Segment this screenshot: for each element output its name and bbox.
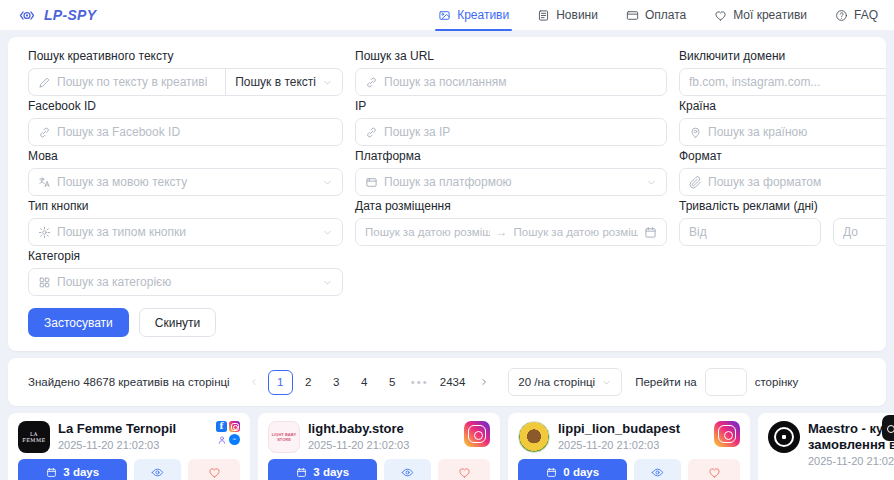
duration-from-input[interactable] bbox=[689, 225, 811, 239]
ip-input[interactable] bbox=[384, 125, 657, 139]
nav-tab-payment[interactable]: Оплата bbox=[626, 0, 686, 31]
creative-card[interactable]: LA FEMME La Femme Ternopil 2025-11-20 21… bbox=[8, 413, 250, 480]
nav-tab-creatives[interactable]: Креативи bbox=[438, 0, 509, 31]
filter-country: Країна bbox=[679, 99, 886, 146]
creative-text-input[interactable] bbox=[57, 75, 216, 89]
date-from-input[interactable] bbox=[365, 226, 490, 238]
paperclip-icon bbox=[689, 176, 702, 189]
format-input[interactable] bbox=[708, 175, 886, 189]
facebook-id-input-wrap bbox=[28, 118, 343, 146]
nav-tab-faq[interactable]: FAQ bbox=[835, 0, 878, 31]
duration-button[interactable]: 3 days bbox=[18, 459, 127, 480]
like-button[interactable] bbox=[188, 459, 240, 480]
creative-text-input-wrap bbox=[28, 68, 225, 96]
reset-button[interactable]: Скинути bbox=[139, 308, 216, 337]
duration-to-input[interactable] bbox=[843, 225, 886, 239]
page-size-value: 20 /на сторінці bbox=[518, 376, 595, 388]
page-button[interactable]: 4 bbox=[352, 370, 377, 395]
page-button[interactable]: 2 bbox=[296, 370, 321, 395]
date-to-input[interactable] bbox=[514, 226, 639, 238]
results-summary: Знайдено 48678 креативів на сторінці bbox=[28, 376, 230, 388]
url-input[interactable] bbox=[384, 75, 657, 89]
filter-label: Категорія bbox=[28, 249, 343, 263]
page-body: Пошук креативного тексту Пошук в тексті … bbox=[0, 31, 894, 480]
calendar-icon bbox=[546, 467, 557, 478]
instagram-icon bbox=[464, 421, 490, 447]
calendar-icon bbox=[644, 226, 657, 239]
exclude-domains-input[interactable] bbox=[689, 75, 886, 89]
duration-button[interactable]: 0 days bbox=[518, 459, 627, 480]
nav-tab-my-creatives[interactable]: Мої креативи bbox=[714, 0, 807, 31]
date-range-picker[interactable]: → bbox=[355, 218, 667, 246]
creative-card[interactable]: lippi_lion_budapest 2025-11-20 21:02:03 … bbox=[508, 413, 750, 480]
card-title[interactable]: lippi_lion_budapest bbox=[558, 421, 706, 437]
filter-button-type: Тип кнопки bbox=[28, 199, 343, 246]
platform-select[interactable] bbox=[355, 168, 667, 196]
filter-exclude-domains: Виключити домени bbox=[679, 49, 886, 96]
platform-input[interactable] bbox=[384, 175, 640, 189]
card-date: 2025-11-20 21:02:03 bbox=[558, 439, 706, 451]
days-label: 0 days bbox=[563, 466, 599, 478]
views-button[interactable] bbox=[634, 459, 681, 480]
filter-language: Мова bbox=[28, 149, 343, 196]
url-input-wrap bbox=[355, 68, 667, 96]
avatar bbox=[768, 421, 800, 453]
card-meta: lippi_lion_budapest 2025-11-20 21:02:03 bbox=[558, 421, 706, 451]
duration-from-wrap bbox=[679, 218, 821, 246]
filter-label: Мова bbox=[28, 149, 343, 163]
language-select[interactable] bbox=[28, 168, 343, 196]
views-button[interactable] bbox=[384, 459, 431, 480]
like-button[interactable] bbox=[688, 459, 740, 480]
image-icon bbox=[438, 9, 451, 22]
facebook-icon: f bbox=[216, 421, 227, 432]
facebook-id-input[interactable] bbox=[57, 125, 333, 139]
page-button[interactable]: 5 bbox=[380, 370, 405, 395]
filter-label: IP bbox=[355, 99, 667, 113]
goto-page-input[interactable] bbox=[705, 368, 747, 396]
calendar-icon bbox=[46, 467, 57, 478]
chevron-down-icon bbox=[322, 227, 333, 238]
format-select[interactable] bbox=[679, 168, 886, 196]
question-icon bbox=[835, 9, 848, 22]
category-input[interactable] bbox=[57, 275, 316, 289]
prev-page-button[interactable] bbox=[243, 370, 265, 395]
ip-input-wrap bbox=[355, 118, 667, 146]
card-header: lippi_lion_budapest 2025-11-20 21:02:03 bbox=[518, 421, 740, 453]
card-title[interactable]: La Femme Ternopil bbox=[58, 421, 208, 437]
goto-page: Перейти на сторінку bbox=[635, 368, 798, 396]
button-type-select[interactable] bbox=[28, 218, 343, 246]
floating-widget[interactable] bbox=[882, 415, 894, 441]
nav-label: Мої креативи bbox=[733, 8, 807, 22]
nav-tab-news[interactable]: Новини bbox=[537, 0, 598, 31]
logo[interactable]: LP-SPY bbox=[16, 7, 96, 24]
card-meta: La Femme Ternopil 2025-11-20 21:02:03 bbox=[58, 421, 208, 451]
nav-label: Новини bbox=[556, 8, 598, 22]
button-type-input[interactable] bbox=[57, 225, 316, 239]
filter-category: Категорія bbox=[28, 249, 343, 296]
language-input[interactable] bbox=[57, 175, 316, 189]
next-page-button[interactable] bbox=[473, 370, 495, 395]
card-meta: light.baby.store 2025-11-20 21:02:03 bbox=[308, 421, 456, 451]
chevron-down-icon bbox=[601, 377, 612, 388]
instagram-icon bbox=[229, 421, 240, 432]
mode-value: Пошук в тексті bbox=[235, 75, 316, 89]
eye-icon bbox=[401, 466, 414, 479]
pager: 1 2 3 4 5 ••• 2434 bbox=[243, 370, 496, 395]
link-icon bbox=[365, 76, 378, 89]
text-search-mode-select[interactable]: Пошук в тексті bbox=[225, 68, 343, 96]
views-button[interactable] bbox=[134, 459, 181, 480]
card-actions: 0 days bbox=[518, 459, 740, 480]
chevron-right-icon bbox=[479, 377, 489, 387]
apply-button[interactable]: Застосувати bbox=[28, 308, 129, 337]
creative-card[interactable]: LIGHT BABY STORE light.baby.store 2025-1… bbox=[258, 413, 500, 480]
like-button[interactable] bbox=[438, 459, 490, 480]
category-select[interactable] bbox=[28, 268, 343, 296]
last-page-button[interactable]: 2434 bbox=[435, 370, 471, 395]
page-button[interactable]: 1 bbox=[268, 370, 293, 395]
page-size-select[interactable]: 20 /на сторінці bbox=[508, 368, 622, 396]
duration-button[interactable]: 3 days bbox=[268, 459, 377, 480]
card-title[interactable]: light.baby.store bbox=[308, 421, 456, 437]
page-button[interactable]: 3 bbox=[324, 370, 349, 395]
country-input[interactable] bbox=[708, 125, 886, 139]
creative-card[interactable]: Maestro - кухні, меблі на замовлення в У… bbox=[758, 413, 894, 480]
